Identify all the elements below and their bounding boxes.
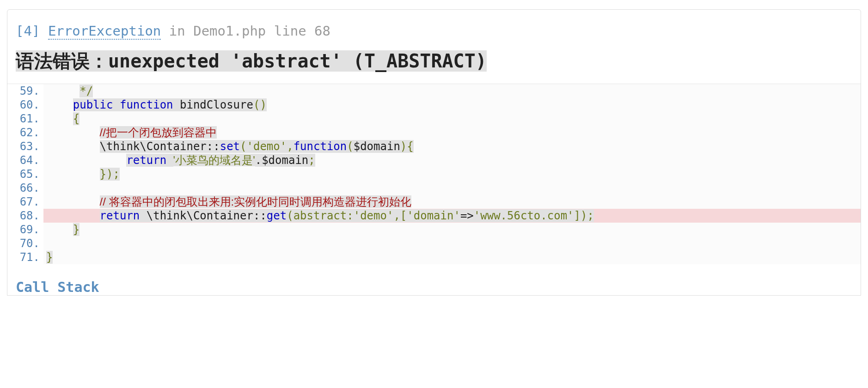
source-line: 69. } [7,223,861,236]
error-title-rest: unexpected 'abstract' (T_ABSTRACT) [108,50,487,72]
error-panel: [4] ErrorException in Demo1.php line 68 … [7,9,861,296]
error-location: Demo1.php line 68 [193,23,330,39]
line-code: return \think\Container::get(abstract:'d… [43,209,861,223]
line-number: 60. [7,98,43,112]
source-line: 64. return '小菜鸟的域名是'.$domain; [7,153,861,167]
exception-name-link[interactable]: ErrorException [48,23,161,40]
source-line: 65. }); [7,167,861,181]
bracket-open: [ [16,23,24,39]
line-number: 69. [7,223,43,236]
error-title: 语法错误：unexpected 'abstract' (T_ABSTRACT) [16,49,852,73]
error-code: 4 [24,23,31,39]
source-line: 70. [7,236,861,250]
source-line: 59. */ [7,84,861,98]
line-number: 64. [7,153,43,167]
error-title-cjk: 语法错误： [16,51,108,71]
line-number: 63. [7,139,43,153]
line-code: public function bindClosure() [43,98,861,112]
source-code: 59. */60. public function bindClosure()6… [7,84,861,264]
in-word: in [169,23,185,39]
line-number: 61. [7,112,43,126]
line-number: 70. [7,236,43,250]
line-number: 65. [7,167,43,181]
source-line: 67. // 将容器中的闭包取出来用:实例化时同时调用构造器进行初始化 [7,195,861,209]
line-code: }); [43,167,861,181]
line-number: 62. [7,126,43,139]
source-line: 61. { [7,112,861,126]
line-code: } [43,223,861,236]
call-stack-heading[interactable]: Call Stack [7,264,861,295]
line-code [43,236,861,250]
line-number: 71. [7,250,43,264]
line-number: 59. [7,84,43,98]
line-code [43,181,861,195]
line-code: } [43,250,861,264]
bracket-close: ] [32,23,40,39]
error-header: [4] ErrorException in Demo1.php line 68 [7,10,861,43]
source-line: 63. \think\Container::set('demo',functio… [7,139,861,153]
line-code: return '小菜鸟的域名是'.$domain; [43,153,861,167]
line-number: 68. [7,209,43,223]
line-code: //把一个闭包放到容器中 [43,126,861,139]
source-line-error: 68. return \think\Container::get(abstrac… [7,209,861,223]
line-code: // 将容器中的闭包取出来用:实例化时同时调用构造器进行初始化 [43,195,861,209]
line-code: { [43,112,861,126]
line-code: */ [43,84,861,98]
line-number: 67. [7,195,43,209]
line-code: \think\Container::set('demo',function($d… [43,139,861,153]
source-line: 62. //把一个闭包放到容器中 [7,126,861,139]
line-number: 66. [7,181,43,195]
source-line: 60. public function bindClosure() [7,98,861,112]
source-line: 66. [7,181,861,195]
source-line: 71.} [7,250,861,264]
